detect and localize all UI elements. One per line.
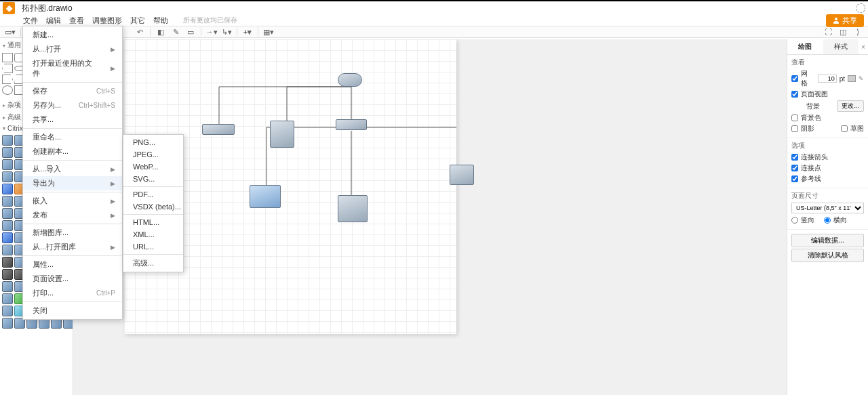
portrait-radio[interactable]: [791, 217, 798, 224]
shape-tag[interactable]: [2, 64, 13, 73]
file-menu-item[interactable]: 共享...: [23, 112, 122, 127]
flat-box-device[interactable]: [202, 124, 235, 135]
format-panel: 绘图 样式 × 查看 网格 pt ✎ 页面视图 背景 更改...: [787, 39, 868, 395]
menu-edit[interactable]: 编辑: [46, 16, 61, 26]
file-menu-item[interactable]: 关闭: [23, 304, 122, 318]
line-color-tool[interactable]: ✎: [170, 27, 182, 37]
edit-data-button[interactable]: 编辑数据...: [791, 234, 864, 247]
file-menu-item[interactable]: 创建副本...: [23, 144, 122, 159]
sketch-checkbox[interactable]: [841, 125, 848, 132]
pencil-icon[interactable]: ✎: [859, 75, 864, 82]
connection-tool[interactable]: →▾: [205, 27, 218, 37]
file-menu-item[interactable]: 新建...: [23, 28, 122, 42]
file-menu-item[interactable]: 发布▶: [23, 208, 122, 222]
shadow-checkbox[interactable]: [791, 125, 798, 132]
titlebar: ◆ 拓扑图.drawio: [0, 1, 868, 15]
grid-size-input[interactable]: [818, 75, 837, 83]
file-menu-item[interactable]: 从...打开▶: [23, 42, 122, 56]
pagesize-select[interactable]: US-Letter (8,5" x 11"): [791, 203, 864, 213]
tab-close-icon[interactable]: ×: [859, 39, 868, 54]
shape-rect[interactable]: [2, 53, 13, 62]
export-menu-item[interactable]: HTML...: [123, 216, 205, 228]
file-menu-item[interactable]: 另存为...Ctrl+Shift+S: [23, 98, 122, 112]
printer-device[interactable]: [450, 165, 474, 185]
export-menu-item[interactable]: 高级...: [123, 256, 205, 270]
insert-tool[interactable]: +▾: [241, 27, 254, 37]
tab-diagram[interactable]: 绘图: [787, 39, 823, 54]
switch-device[interactable]: [336, 119, 367, 130]
menubar: 文件 编辑 查看 调整图形 其它 帮助 所有更改均已保存 共享: [0, 15, 868, 26]
export-menu-item[interactable]: PDF...: [123, 188, 205, 201]
export-menu-item[interactable]: WebP...: [123, 161, 205, 173]
app-logo: ◆: [3, 2, 15, 14]
toolbar: ▭▾ ↶ ◧ ✎ ▭ →▾ ↳▾ +▾ ▦▾ ⛶ ◫ ⟩: [0, 26, 868, 38]
menu-help[interactable]: 帮助: [153, 16, 168, 26]
svg-point-0: [835, 18, 837, 20]
file-menu-item[interactable]: 新增图库...: [23, 226, 122, 240]
file-menu-item[interactable]: 从...导入▶: [23, 162, 122, 176]
grid-label: 网格: [801, 69, 812, 88]
options-heading: 选项: [791, 141, 864, 150]
server-device[interactable]: [270, 121, 294, 148]
view-heading: 查看: [791, 58, 864, 67]
fill-tool[interactable]: ◧: [155, 27, 167, 37]
file-menu-item[interactable]: 打开最近使用的文件▶: [23, 56, 122, 81]
fullscreen-tool[interactable]: ⛶: [822, 27, 834, 37]
shape-step[interactable]: [2, 75, 13, 84]
bg-change-button[interactable]: 更改...: [837, 100, 864, 112]
conn-arrow-checkbox[interactable]: [791, 154, 798, 161]
shape-tool[interactable]: ▭: [184, 27, 197, 37]
file-menu-item[interactable]: 属性...: [23, 257, 122, 272]
router-device[interactable]: [338, 73, 362, 87]
save-status: 所有更改均已保存: [183, 16, 237, 25]
tab-style[interactable]: 样式: [823, 39, 859, 54]
export-menu-item[interactable]: XML...: [123, 228, 205, 241]
pagesize-heading: 页面尺寸: [791, 191, 864, 201]
export-menu-item[interactable]: JPEG...: [123, 148, 205, 161]
menu-adjust[interactable]: 调整图形: [92, 16, 122, 26]
export-menu-item[interactable]: PNG...: [123, 136, 205, 148]
document-title[interactable]: 拓扑图.drawio: [22, 3, 73, 14]
menu-extras[interactable]: 其它: [130, 16, 145, 26]
export-menu-item[interactable]: URL...: [123, 241, 205, 253]
file-menu-item[interactable]: 重命名...: [23, 130, 122, 144]
format-toggle[interactable]: ◫: [837, 27, 849, 37]
file-menu-item[interactable]: 嵌入▶: [23, 194, 122, 208]
share-label: 共享: [842, 16, 857, 26]
landscape-radio[interactable]: [824, 217, 831, 224]
shape-circle2[interactable]: [2, 85, 13, 95]
bgcolor-checkbox[interactable]: [791, 115, 798, 121]
grid-checkbox[interactable]: [791, 75, 798, 82]
file-menu-item[interactable]: 从...打开图库▶: [23, 240, 122, 254]
waypoint-tool[interactable]: ↳▾: [220, 27, 233, 37]
file-menu-item[interactable]: 打印...Ctrl+P: [23, 286, 122, 300]
laptop-device[interactable]: [250, 185, 281, 208]
menu-file[interactable]: 文件: [23, 16, 38, 26]
guides-checkbox[interactable]: [791, 175, 798, 182]
file-menu-item[interactable]: 保存Ctrl+S: [23, 84, 122, 98]
share-button[interactable]: 共享: [826, 14, 864, 27]
file-menu-item[interactable]: 导出为▶: [23, 176, 122, 190]
clear-style-button[interactable]: 清除默认风格: [791, 249, 864, 262]
menu-view[interactable]: 查看: [69, 16, 84, 26]
table-tool[interactable]: ▦▾: [262, 27, 275, 37]
collapse-tool[interactable]: ⟩: [852, 27, 864, 37]
export-menu-item[interactable]: SVG...: [123, 173, 205, 185]
export-menu-item[interactable]: VSDX (beta)...: [123, 201, 205, 213]
file-menu: 新建...从...打开▶打开最近使用的文件▶保存Ctrl+S另存为...Ctrl…: [22, 26, 123, 320]
grid-color-swatch[interactable]: [848, 75, 856, 82]
undo-tool[interactable]: ↶: [134, 27, 146, 37]
citrix-shape[interactable]: [2, 135, 13, 146]
page-layout-tool[interactable]: ▭▾: [4, 27, 16, 37]
file-menu-item[interactable]: 页面设置...: [23, 272, 122, 286]
pageview-checkbox[interactable]: [791, 91, 798, 98]
theme-icon[interactable]: [856, 3, 865, 13]
export-submenu: PNG...JPEG...WebP...SVG...PDF...VSDX (be…: [123, 134, 184, 272]
conn-point-checkbox[interactable]: [791, 165, 798, 171]
workstation-device[interactable]: [338, 195, 368, 222]
